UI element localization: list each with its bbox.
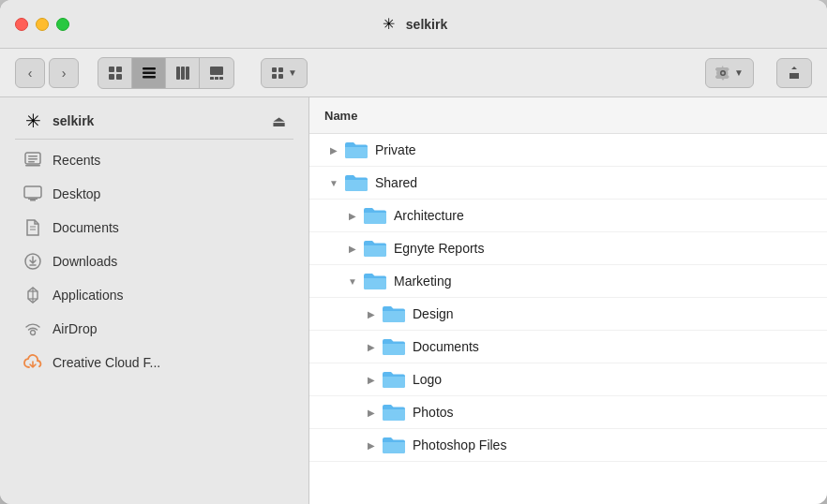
finder-window: ✳ selkirk ‹ › xyxy=(0,0,827,504)
traffic-lights xyxy=(15,18,69,31)
svg-rect-17 xyxy=(278,74,283,79)
sidebar-top-left: ✳ selkirk xyxy=(23,111,94,131)
file-row[interactable]: ▶ Egnyte Reports xyxy=(309,232,827,265)
expand-arrow[interactable]: ▶ xyxy=(362,436,381,454)
svg-rect-9 xyxy=(186,67,189,80)
svg-rect-22 xyxy=(25,165,40,167)
folder-icon xyxy=(381,336,407,357)
file-row[interactable]: ▶ Private xyxy=(309,134,827,167)
main-content: ✳ selkirk ⏏ Recents xyxy=(0,97,827,504)
window-title: selkirk xyxy=(406,17,447,32)
sidebar-item-creative-cloud[interactable]: Creative Cloud F... xyxy=(8,346,301,379)
expand-arrow[interactable]: ▶ xyxy=(343,206,362,225)
svg-rect-10 xyxy=(210,67,223,75)
recents-label: Recents xyxy=(53,153,100,168)
svg-rect-14 xyxy=(272,67,277,72)
file-row[interactable]: ▶ Logo xyxy=(309,363,827,396)
file-row[interactable]: ▶ Photoshop Files xyxy=(309,429,827,462)
svg-rect-15 xyxy=(278,67,283,72)
file-name: Shared xyxy=(375,175,417,190)
expand-arrow[interactable]: ▶ xyxy=(362,403,381,422)
svg-point-33 xyxy=(31,331,36,335)
file-list: ▶ Private ▼ xyxy=(309,134,827,462)
file-row[interactable]: ▼ Shared xyxy=(309,167,827,200)
airdrop-label: AirDrop xyxy=(53,321,97,336)
expand-arrow[interactable]: ▶ xyxy=(324,141,343,159)
file-name: Logo xyxy=(413,372,442,387)
folder-icon xyxy=(343,172,369,193)
icon-view-button[interactable] xyxy=(98,58,132,88)
svg-rect-19 xyxy=(28,156,38,157)
expand-arrow[interactable]: ▶ xyxy=(362,370,381,389)
list-icon xyxy=(142,66,157,81)
svg-rect-25 xyxy=(28,199,38,200)
forward-button[interactable]: › xyxy=(49,58,79,88)
gallery-icon xyxy=(209,66,224,81)
svg-rect-23 xyxy=(24,186,41,198)
sidebar: ✳ selkirk ⏏ Recents xyxy=(0,97,309,504)
sidebar-item-applications[interactable]: Applications xyxy=(8,278,301,312)
settings-button[interactable]: ▼ xyxy=(705,58,754,88)
expand-arrow[interactable]: ▼ xyxy=(324,173,343,192)
svg-rect-20 xyxy=(28,158,38,160)
folder-icon xyxy=(381,402,407,422)
svg-rect-12 xyxy=(215,77,218,80)
expand-arrow[interactable]: ▶ xyxy=(343,239,362,258)
folder-icon xyxy=(362,271,388,291)
svg-rect-6 xyxy=(143,76,156,79)
creative-cloud-icon xyxy=(23,352,43,373)
title-bar: ✳ selkirk xyxy=(0,0,827,49)
name-column-header: Name xyxy=(324,109,357,123)
sidebar-item-airdrop[interactable]: AirDrop xyxy=(8,312,301,346)
folder-icon xyxy=(381,304,407,324)
svg-rect-24 xyxy=(30,200,36,201)
svg-rect-0 xyxy=(109,67,114,72)
folder-icon xyxy=(362,238,388,259)
close-button[interactable] xyxy=(15,18,28,31)
file-row[interactable]: ▶ Architecture xyxy=(309,200,827,232)
minimize-button[interactable] xyxy=(36,18,49,31)
applications-icon xyxy=(23,285,43,305)
expand-arrow[interactable]: ▼ xyxy=(343,272,362,290)
toolbar: ‹ › xyxy=(0,49,827,97)
settings-chevron-icon: ▼ xyxy=(734,67,744,78)
sidebar-item-recents[interactable]: Recents xyxy=(8,143,301,177)
svg-rect-16 xyxy=(272,74,277,79)
svg-rect-8 xyxy=(181,67,185,80)
sidebar-item-downloads[interactable]: Downloads xyxy=(8,245,301,278)
expand-arrow[interactable]: ▶ xyxy=(362,304,381,323)
svg-rect-11 xyxy=(210,77,214,80)
selkirk-icon: ✳ xyxy=(23,111,43,131)
file-row[interactable]: ▼ Marketing xyxy=(309,265,827,298)
eject-icon[interactable]: ⏏ xyxy=(272,112,286,130)
sidebar-top-item[interactable]: ✳ selkirk ⏏ xyxy=(8,105,301,135)
share-button[interactable] xyxy=(776,58,812,88)
file-name: Marketing xyxy=(394,274,451,289)
maximize-button[interactable] xyxy=(56,18,69,31)
file-name: Documents xyxy=(413,339,479,354)
desktop-label: Desktop xyxy=(53,186,100,201)
file-name: Photos xyxy=(413,405,454,420)
folder-icon xyxy=(381,435,407,455)
sidebar-item-documents[interactable]: Documents xyxy=(8,211,301,245)
group-button[interactable]: ▼ xyxy=(261,58,308,88)
creative-cloud-label: Creative Cloud F... xyxy=(53,355,160,370)
forward-icon: › xyxy=(62,66,67,81)
sidebar-item-desktop[interactable]: Desktop xyxy=(8,177,301,211)
svg-rect-4 xyxy=(143,67,156,70)
file-list-header: Name xyxy=(309,97,827,134)
file-row[interactable]: ▶ Design xyxy=(309,298,827,331)
svg-rect-7 xyxy=(176,67,180,80)
expand-arrow[interactable]: ▶ xyxy=(362,337,381,356)
svg-rect-5 xyxy=(143,71,156,74)
column-view-button[interactable] xyxy=(166,58,200,88)
file-name: Photoshop Files xyxy=(413,437,506,452)
file-name: Architecture xyxy=(394,208,464,223)
documents-label: Documents xyxy=(53,220,119,235)
list-view-button[interactable] xyxy=(132,58,166,88)
file-name: Egnyte Reports xyxy=(394,241,485,256)
file-row[interactable]: ▶ Documents xyxy=(309,331,827,363)
gallery-view-button[interactable] xyxy=(200,58,233,88)
file-row[interactable]: ▶ Photos xyxy=(309,396,827,429)
back-button[interactable]: ‹ xyxy=(15,58,45,88)
